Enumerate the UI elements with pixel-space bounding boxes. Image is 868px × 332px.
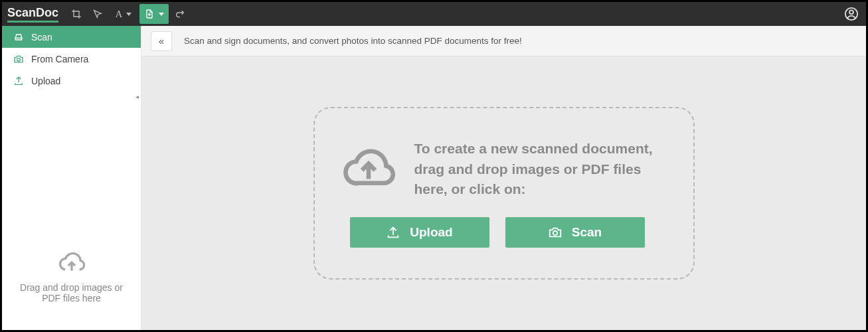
upload-icon (386, 225, 400, 240)
sidebar-drop-hint-line1: Drag and drop images or (20, 282, 123, 293)
upload-button-label: Upload (410, 225, 452, 240)
sidebar-drop-hint-line2: PDF files here (20, 293, 123, 303)
user-account-icon[interactable] (842, 5, 861, 23)
sidebar-resize-handle[interactable]: ◂ (135, 94, 141, 100)
sidebar-item-upload[interactable]: Upload (2, 70, 141, 92)
main-dropzone[interactable]: To create a new scanned document, drag a… (313, 107, 695, 279)
scan-button[interactable]: Scan (505, 217, 645, 248)
text-tool-dropdown[interactable]: A (109, 4, 138, 24)
svg-point-2 (17, 58, 21, 61)
camera-icon (548, 225, 563, 240)
cloud-upload-icon (58, 250, 85, 276)
cloud-upload-icon (341, 146, 396, 193)
scan-button-label: Scan (572, 225, 602, 240)
chevron-down-icon (126, 13, 131, 16)
app-brand[interactable]: ScanDoc (7, 6, 58, 23)
file-icon (144, 9, 155, 19)
cursor-icon[interactable] (88, 4, 108, 24)
redo-icon[interactable] (170, 4, 190, 24)
sidebar: Scan From Camera (2, 26, 141, 330)
sidebar-drop-hint[interactable]: Drag and drop images or PDF files here (20, 250, 123, 303)
info-bar: « Scan and sign documents, and convert p… (141, 26, 866, 56)
svg-point-1 (849, 10, 853, 14)
svg-point-3 (553, 230, 557, 234)
main-area: « Scan and sign documents, and convert p… (141, 26, 866, 330)
collapse-sidebar-button[interactable]: « (151, 31, 172, 51)
scanner-icon (13, 32, 25, 42)
dropzone-text: To create a new scanned document, drag a… (414, 139, 653, 199)
upload-button[interactable]: Upload (350, 217, 489, 248)
info-bar-text: Scan and sign documents, and convert pho… (184, 36, 522, 46)
text-tool-label: A (116, 9, 123, 20)
camera-icon (13, 54, 25, 64)
upload-icon (13, 76, 25, 86)
sidebar-item-label: Scan (31, 32, 52, 42)
sidebar-item-label: From Camera (31, 54, 88, 64)
file-tool-dropdown[interactable] (139, 4, 169, 24)
chevron-down-icon (159, 13, 164, 16)
crop-icon[interactable] (66, 4, 86, 24)
sidebar-item-label: Upload (31, 76, 60, 86)
top-toolbar: ScanDoc A (2, 2, 866, 26)
sidebar-item-from-camera[interactable]: From Camera (2, 48, 141, 70)
sidebar-item-scan[interactable]: Scan (2, 26, 141, 48)
